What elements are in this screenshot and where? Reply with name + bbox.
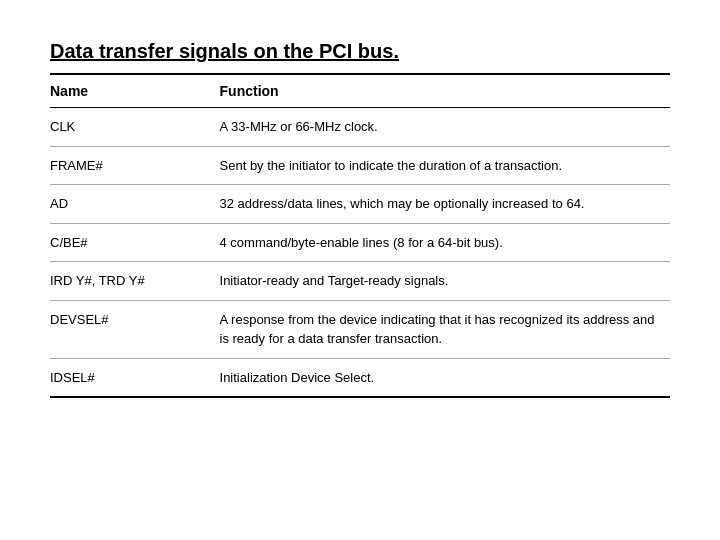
- cell-function: A response from the device indicating th…: [220, 300, 670, 358]
- header-function: Function: [220, 74, 670, 108]
- page-title: Data transfer signals on the PCI bus.: [50, 40, 670, 63]
- table-row: C/BE#4 command/byte-enable lines (8 for …: [50, 223, 670, 262]
- cell-name: DEVSEL#: [50, 300, 220, 358]
- cell-name: FRAME#: [50, 146, 220, 185]
- cell-name: AD: [50, 185, 220, 224]
- table-row: CLKA 33-MHz or 66-MHz clock.: [50, 108, 670, 147]
- cell-name: IRD Y#, TRD Y#: [50, 262, 220, 301]
- table-row: AD32 address/data lines, which may be op…: [50, 185, 670, 224]
- cell-function: A 33-MHz or 66-MHz clock.: [220, 108, 670, 147]
- cell-function: Initialization Device Select.: [220, 358, 670, 397]
- signals-table: Name Function CLKA 33-MHz or 66-MHz cloc…: [50, 73, 670, 398]
- cell-name: CLK: [50, 108, 220, 147]
- cell-name: IDSEL#: [50, 358, 220, 397]
- cell-function: 32 address/data lines, which may be opti…: [220, 185, 670, 224]
- table-header-row: Name Function: [50, 74, 670, 108]
- table-row: FRAME#Sent by the initiator to indicate …: [50, 146, 670, 185]
- page-container: Data transfer signals on the PCI bus. Na…: [0, 0, 720, 428]
- header-name: Name: [50, 74, 220, 108]
- table-row: IRD Y#, TRD Y#Initiator-ready and Target…: [50, 262, 670, 301]
- table-row: DEVSEL#A response from the device indica…: [50, 300, 670, 358]
- cell-function: Sent by the initiator to indicate the du…: [220, 146, 670, 185]
- cell-function: 4 command/byte-enable lines (8 for a 64-…: [220, 223, 670, 262]
- cell-name: C/BE#: [50, 223, 220, 262]
- table-row: IDSEL#Initialization Device Select.: [50, 358, 670, 397]
- cell-function: Initiator-ready and Target-ready signals…: [220, 262, 670, 301]
